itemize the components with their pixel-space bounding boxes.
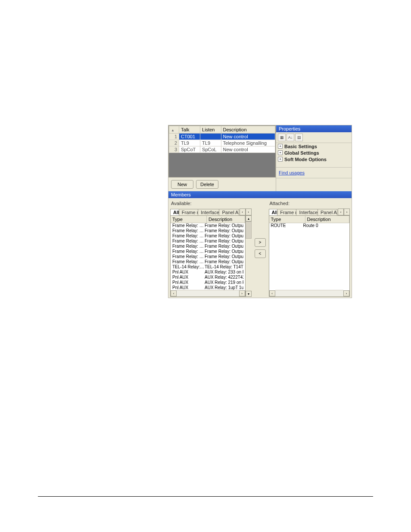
property-category[interactable]: +Basic Settings xyxy=(276,143,352,149)
table-row[interactable]: 2TL9TL9Telephone Signalling xyxy=(169,140,275,146)
list-item[interactable]: Pnl AUXAUX Relay: 233 on Port 49 xyxy=(171,270,245,275)
tab-all[interactable]: All xyxy=(170,209,179,215)
scroll-down-icon[interactable]: ▾ xyxy=(246,291,252,297)
attached-label: Attached: xyxy=(269,200,350,208)
tab-panel-aux-re[interactable]: Panel AUX re xyxy=(318,209,337,215)
property-description-area xyxy=(276,178,352,191)
scroll-up-icon[interactable]: ▴ xyxy=(246,215,252,221)
properties-title: Properties xyxy=(276,125,352,132)
hscroll-track[interactable] xyxy=(177,290,239,297)
available-list[interactable]: Type Description Frame Relay: Ou...Frame… xyxy=(170,215,246,297)
available-header-desc[interactable]: Description xyxy=(207,216,245,223)
tab-panel-aux-re[interactable]: Panel AUX re xyxy=(219,209,239,215)
table-row[interactable]: 1CT001New control xyxy=(169,134,275,140)
scroll-right-icon[interactable]: › xyxy=(239,290,245,296)
horizontal-rule xyxy=(38,496,373,497)
property-pages-icon[interactable]: ▤ xyxy=(295,134,303,141)
list-item[interactable]: Frame Relay: Ou...Frame Relay: Output [ … xyxy=(171,233,245,239)
list-item[interactable]: TEL-14 Relay: P...TEL-14 Relay: T14T T14… xyxy=(171,264,245,270)
attached-tabs: AllFrame relaysInterface relaysPanel AUX… xyxy=(269,208,350,215)
move-left-button[interactable]: < xyxy=(255,249,266,258)
app-window: ▲ Talk Listen Description 1CT001New cont… xyxy=(168,125,352,298)
tab-interface-relays[interactable]: Interface relays xyxy=(198,209,219,215)
scroll-left-icon[interactable]: ‹ xyxy=(171,290,177,296)
attached-header-type[interactable]: Type xyxy=(269,216,305,223)
property-categories: +Basic Settings+Global Settings+Soft Mod… xyxy=(276,143,352,167)
available-tabs: AllFrame relaysInterface relaysPanel AUX… xyxy=(170,208,252,215)
categorize-icon[interactable]: ▦ xyxy=(278,134,286,141)
new-button[interactable]: New xyxy=(171,180,193,189)
tab-all[interactable]: All xyxy=(269,209,278,215)
tab-scroll-right-icon[interactable]: › xyxy=(344,208,350,215)
attached-header-desc[interactable]: Description xyxy=(305,216,350,223)
list-item[interactable]: Pnl AUXAUX Relay: 4222T4222L on Port 1 xyxy=(171,275,245,280)
grid-header-row: ▲ Talk Listen Description xyxy=(169,126,275,134)
list-item[interactable]: Frame Relay: Ou...Frame Relay: Output [ … xyxy=(171,223,245,228)
members-title: Members xyxy=(168,191,352,198)
list-item[interactable]: Frame Relay: Ou...Frame Relay: Output [ … xyxy=(171,254,245,259)
controls-grid[interactable]: ▲ Talk Listen Description 1CT001New cont… xyxy=(168,125,276,177)
vscroll-thumb[interactable] xyxy=(246,221,252,239)
scroll-left-icon[interactable]: ‹ xyxy=(269,290,275,296)
table-row[interactable]: 3SpCoTSpCoLNew control xyxy=(169,146,275,153)
grid-header-desc[interactable]: Description xyxy=(221,126,275,134)
tab-scroll-left-icon[interactable]: ‹ xyxy=(240,208,246,215)
hscroll-track[interactable] xyxy=(275,290,344,297)
expand-icon[interactable]: + xyxy=(278,150,283,155)
sort-az-icon[interactable]: A↓ xyxy=(286,134,294,141)
tab-frame-relays[interactable]: Frame relays xyxy=(277,209,296,215)
sort-icon: ▲ xyxy=(171,128,174,132)
move-right-button[interactable]: > xyxy=(255,238,266,247)
grid-header-num[interactable]: ▲ xyxy=(169,126,179,134)
grid-header-talk[interactable]: Talk xyxy=(179,126,200,134)
tab-frame-relays[interactable]: Frame relays xyxy=(179,209,198,215)
list-item[interactable]: Frame Relay: Ou...Frame Relay: Output [ … xyxy=(171,228,245,233)
tab-interface-relays[interactable]: Interface relays xyxy=(296,209,318,215)
delete-button[interactable]: Delete xyxy=(196,180,218,189)
list-item[interactable]: Pnl AUXAUX Relay: 219 on Port 17 xyxy=(171,280,245,285)
available-header-type[interactable]: Type xyxy=(171,216,207,223)
list-item[interactable]: Frame Relay: Ou...Frame Relay: Output [ … xyxy=(171,239,245,244)
vscroll-track[interactable] xyxy=(246,239,252,291)
list-item[interactable]: Frame Relay: Ou...Frame Relay: Output [ … xyxy=(171,249,245,254)
grid-header-listen[interactable]: Listen xyxy=(200,126,221,134)
property-category[interactable]: +Soft Mode Options xyxy=(276,156,352,162)
available-label: Available: xyxy=(170,200,252,208)
expand-icon[interactable]: + xyxy=(278,157,283,162)
expand-icon[interactable]: + xyxy=(278,144,283,149)
list-item[interactable]: Frame Relay: Ou...Frame Relay: Output [ … xyxy=(171,259,245,264)
list-item[interactable]: ROUTERoute 0 xyxy=(269,223,350,228)
scroll-right-icon[interactable]: › xyxy=(343,290,349,296)
attached-list[interactable]: Type Description ROUTERoute 0 ‹ › xyxy=(269,215,350,297)
find-usages-link[interactable]: Find usages xyxy=(276,167,352,178)
tab-scroll-left-icon[interactable]: ‹ xyxy=(338,208,344,215)
property-category[interactable]: +Global Settings xyxy=(276,149,352,156)
list-item[interactable]: Frame Relay: Ou...Frame Relay: Output [ … xyxy=(171,244,245,249)
tab-scroll-right-icon[interactable]: › xyxy=(246,208,252,215)
